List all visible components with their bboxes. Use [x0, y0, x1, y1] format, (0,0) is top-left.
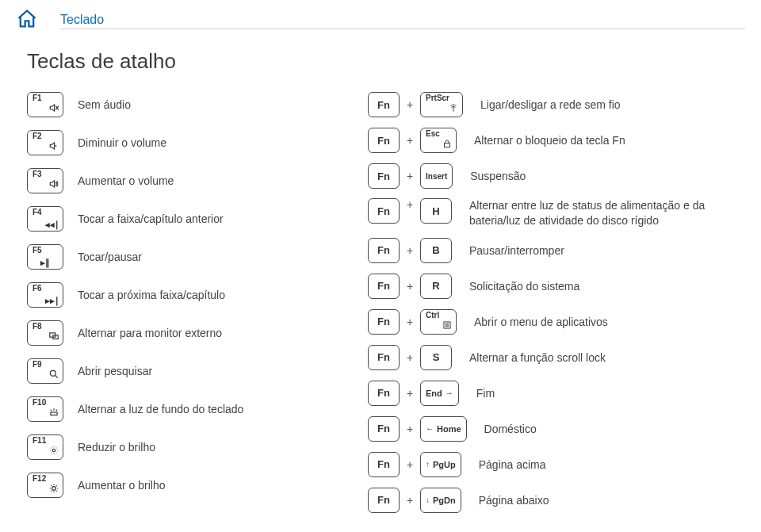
arrow-right-icon: →: [446, 388, 453, 397]
menu-icon: [442, 320, 453, 332]
key-f5: F5 ▸∥: [27, 244, 63, 270]
plus-icon: +: [406, 494, 414, 507]
breadcrumb[interactable]: Teclado: [60, 13, 745, 29]
svg-rect-3: [51, 412, 57, 415]
page-title: Teclas de atalho: [27, 49, 745, 74]
key-f11: F11: [27, 434, 63, 460]
shortcut-row: F1 Sem áudio: [27, 91, 328, 118]
key-f6: F6 ▸▸∣: [27, 282, 63, 308]
shortcut-desc: Suspensão: [470, 170, 526, 182]
shortcut-desc: Abrir pesquisar: [78, 365, 152, 377]
key-fn: Fn: [368, 309, 400, 335]
key-label: End: [426, 388, 442, 398]
plus-icon: +: [406, 316, 414, 328]
shortcut-row: F11 Reduzir o brilho: [27, 434, 328, 461]
key-label: PgDn: [433, 496, 456, 505]
key-label: Esc: [426, 130, 440, 138]
svg-point-4: [52, 449, 55, 452]
key-fn: Fn: [368, 345, 400, 370]
shortcut-row: F5 ▸∥ Tocar/pausar: [27, 243, 328, 270]
shortcut-desc: Tocar a próxima faixa/capítulo: [78, 289, 225, 301]
plus-icon: +: [406, 244, 414, 257]
key-f1: F1: [27, 92, 63, 117]
shortcut-row: F6 ▸▸∣ Tocar a próxima faixa/capítulo: [27, 281, 328, 308]
col-left: F1 Sem áudio F2 Diminuir o volume F3: [27, 91, 328, 522]
shortcut-desc: Reduzir o brilho: [78, 441, 155, 454]
key-fn: Fn: [368, 92, 400, 117]
shortcut-row: F12 Aumentar o brilho: [27, 472, 328, 499]
col-right: Fn + PrtScr Ligar/desligar a rede sem fi…: [368, 91, 740, 522]
arrow-up-icon: ↑: [426, 460, 430, 469]
key-f9: F9: [27, 358, 63, 384]
volume-down-icon: [48, 140, 59, 153]
key-label: F11: [33, 437, 46, 445]
volume-up-icon: [48, 178, 59, 191]
key-s: S: [420, 345, 452, 370]
shortcut-row: Fn + Esc Alternar o bloqueio da tecla Fn: [368, 127, 740, 154]
shortcut-desc: Aumentar o volume: [78, 174, 174, 187]
key-label: F4: [33, 209, 42, 216]
shortcut-desc: Alternar a função scroll lock: [469, 351, 606, 364]
shortcut-row: F3 Aumentar o volume: [27, 167, 328, 194]
shortcut-desc: Alternar o bloqueio da tecla Fn: [474, 134, 625, 147]
key-insert: Insert: [420, 163, 453, 189]
key-fn: Fn: [368, 452, 400, 477]
key-f10: F10: [27, 396, 63, 422]
key-label: Ctrl: [426, 312, 439, 320]
fn-lock-icon: [442, 138, 453, 151]
plus-icon: +: [406, 98, 414, 111]
shortcut-row: Fn + ↑ PgUp Página acima: [368, 451, 740, 478]
shortcut-desc: Fim: [476, 387, 495, 400]
shortcut-row: Fn + H Alternar entre luz de status de a…: [368, 198, 740, 228]
brightness-up-icon: [48, 483, 59, 496]
shortcut-desc: Solicitação do sistema: [469, 280, 579, 293]
shortcut-row: Fn + R Solicitação do sistema: [368, 273, 740, 300]
brightness-down-icon: [48, 445, 59, 457]
key-esc: Esc: [420, 128, 457, 153]
shortcut-row: F10 Alternar a luz de fundo do teclado: [27, 396, 328, 423]
svg-point-5: [52, 487, 56, 491]
shortcut-desc: Tocar a faixa/capítulo anterior: [78, 212, 224, 225]
key-f8: F8: [27, 320, 63, 346]
key-label: F9: [33, 361, 42, 369]
shortcut-desc: Pausar/interromper: [469, 244, 564, 257]
key-f3: F3: [27, 168, 63, 193]
shortcut-desc: Sem áudio: [78, 98, 131, 111]
key-label: PgUp: [433, 460, 456, 469]
shortcut-row: Fn + End → Fim: [368, 380, 740, 407]
plus-icon: +: [406, 458, 414, 471]
plus-icon: +: [406, 134, 414, 147]
shortcut-desc: Página abaixo: [479, 494, 549, 507]
shortcut-desc: Tocar/pausar: [78, 251, 142, 263]
shortcut-columns: F1 Sem áudio F2 Diminuir o volume F3: [16, 91, 745, 522]
key-label: PrtScr: [426, 94, 449, 102]
key-end: End →: [420, 381, 459, 406]
shortcut-row: F4 ◂◂∣ Tocar a faixa/capítulo anterior: [27, 205, 328, 232]
shortcut-desc: Diminuir o volume: [78, 136, 166, 149]
key-label: F8: [33, 323, 42, 331]
shortcut-desc: Abrir o menu de aplicativos: [474, 316, 608, 328]
plus-icon: +: [406, 170, 414, 182]
plus-icon: +: [406, 387, 414, 400]
key-label: F6: [33, 285, 42, 293]
shortcut-desc: Alternar para monitor externo: [78, 327, 222, 339]
key-r: R: [420, 274, 452, 299]
shortcut-row: Fn + ↓ PgDn Página abaixo: [368, 487, 740, 514]
key-label: F1: [33, 94, 42, 102]
shortcut-row: F2 Diminuir o volume: [27, 129, 328, 156]
next-track-icon: ▸▸∣: [45, 297, 59, 305]
key-label: Home: [437, 424, 461, 434]
plus-icon: +: [406, 280, 414, 293]
arrow-left-icon: ←: [426, 424, 434, 433]
shortcut-desc: Página acima: [479, 458, 546, 471]
shortcut-desc: Ligar/desligar a rede sem fio: [480, 98, 621, 111]
key-fn: Fn: [368, 488, 400, 513]
key-fn: Fn: [368, 416, 400, 442]
shortcut-desc: Alternar entre luz de status de alimenta…: [469, 198, 740, 228]
shortcut-row: Fn + B Pausar/interromper: [368, 237, 740, 264]
external-monitor-icon: [48, 331, 59, 343]
key-f4: F4 ◂◂∣: [27, 206, 63, 232]
wireless-icon: [448, 102, 459, 115]
key-fn: Fn: [368, 128, 400, 153]
home-icon[interactable]: [16, 8, 38, 30]
